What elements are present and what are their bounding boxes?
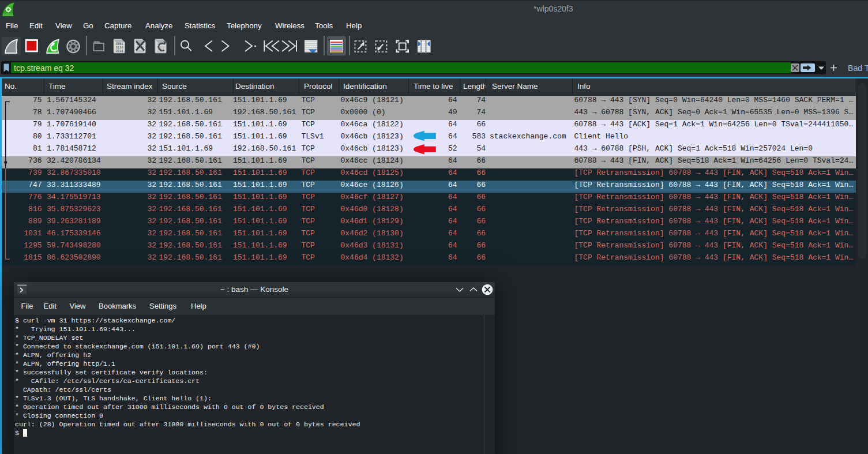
svg-text:Bad TC: Bad TC <box>848 63 868 73</box>
svg-text:0111: 0111 <box>116 49 124 53</box>
